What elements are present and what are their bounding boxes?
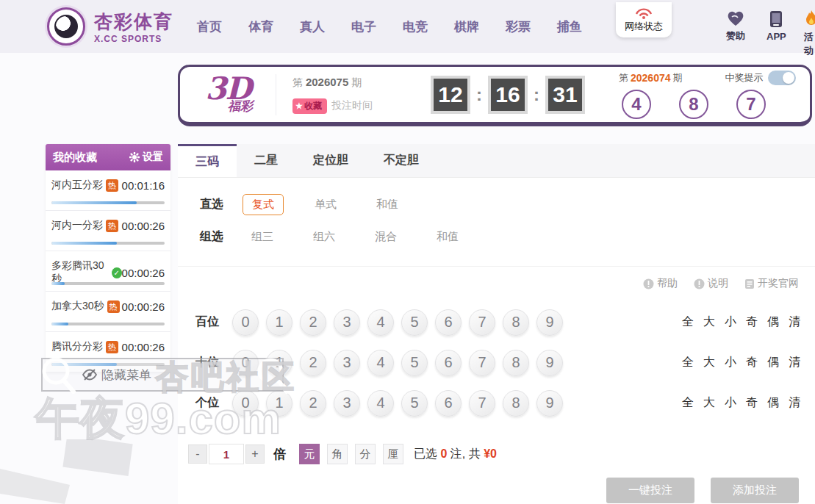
digit-ball[interactable]: 6 [435,309,462,336]
digit-ball[interactable]: 8 [503,350,529,376]
play-option-danshi[interactable]: 单式 [306,195,345,215]
digit-ball[interactable]: 5 [401,350,428,376]
digit-ball[interactable]: 9 [536,350,563,376]
list-item[interactable]: 多彩腾讯30秒 ✓ 00:00:26 [46,251,170,292]
digit-ball[interactable]: 3 [334,350,360,376]
nav-item-lottery[interactable]: 彩票 [506,18,531,35]
unit-li-button[interactable]: 厘 [383,444,403,464]
digit-ball[interactable]: 1 [266,350,292,376]
quick-select[interactable]: 全 [682,395,694,411]
hot-badge: 热 [107,300,120,313]
digit-ball[interactable]: 1 [266,309,292,336]
digit-ball[interactable]: 2 [300,390,326,417]
digit-ball[interactable]: 8 [503,390,529,417]
add-bet-button[interactable]: 添加投注 [711,478,799,503]
digit-ball[interactable]: 7 [469,350,495,376]
quick-select[interactable]: 清 [789,395,800,411]
digit-ball[interactable]: 5 [401,309,428,336]
digit-ball[interactable]: 0 [232,390,259,417]
quick-select[interactable]: 清 [789,314,800,330]
favorite-button[interactable]: ★ 收藏 [292,98,327,114]
digit-board: 百位0123456789全大小奇偶清十位0123456789全大小奇偶清个位01… [178,302,815,423]
multiplier-plus-button[interactable]: + [245,444,265,464]
play-option-fushi[interactable]: 复式 [243,194,284,215]
digit-ball[interactable]: 5 [401,390,428,417]
quick-select[interactable]: 偶 [767,355,779,370]
lottery-name: 河内五分彩 [51,179,103,192]
official-site-button[interactable]: 开奖官网 [744,277,799,290]
list-item[interactable]: 腾讯分分彩 热 00:00:26 [46,332,170,372]
unit-yuan-button[interactable]: 元 [299,444,320,464]
quick-select[interactable]: 小 [725,355,736,370]
nav-item-esports[interactable]: 电竞 [403,18,428,35]
tab-two-stars[interactable]: 二星 [237,144,295,177]
tab-position[interactable]: 定位胆 [295,144,366,177]
digit-ball[interactable]: 4 [367,350,394,376]
digit-ball[interactable]: 8 [503,309,529,336]
nav-item-slots[interactable]: 电子 [351,18,376,35]
nav-item-fishing[interactable]: 捕鱼 [557,18,582,35]
digit-ball[interactable]: 6 [435,390,462,417]
digit-ball[interactable]: 0 [232,350,259,376]
quick-select[interactable]: 奇 [746,395,758,411]
play-option-zusan[interactable]: 组三 [243,227,282,247]
digit-ball[interactable]: 9 [536,390,563,417]
quick-select[interactable]: 全 [682,355,694,370]
network-status-card[interactable]: 网络状态 [616,2,672,37]
digit-ball[interactable]: 7 [469,390,495,417]
list-item[interactable]: 加拿大30秒 热 00:00:26 [46,292,170,332]
quick-bet-button[interactable]: 一键投注 [606,478,694,503]
multiplier-minus-button[interactable]: - [188,444,207,464]
digit-ball[interactable]: 1 [266,390,292,417]
digit-ball[interactable]: 3 [334,309,360,336]
nav-item-home[interactable]: 首页 [197,18,222,35]
list-item[interactable]: 河内一分彩 热 00:00:26 [46,211,170,251]
digit-ball[interactable]: 4 [367,309,394,336]
quick-select[interactable]: 小 [725,314,736,330]
digit-ball[interactable]: 6 [435,350,462,376]
brand-logo[interactable]: 杏彩体育 X.CC SPORTS [47,7,173,46]
help-button[interactable]: 帮助 [643,277,678,290]
quick-select[interactable]: 全 [682,314,694,330]
unit-fen-button[interactable]: 分 [355,444,376,464]
digit-ball[interactable]: 3 [334,390,360,417]
app-label: APP [766,31,786,42]
quick-select[interactable]: 偶 [767,314,779,330]
unit-jiao-button[interactable]: 角 [327,444,348,464]
quick-select[interactable]: 大 [703,314,715,330]
quick-select[interactable]: 奇 [746,314,758,330]
list-item[interactable]: 河内五分彩 热 00:01:16 [46,170,170,211]
digit-ball[interactable]: 9 [536,309,563,336]
quick-select[interactable]: 奇 [746,355,758,370]
multiplier-input[interactable]: 1 [209,444,244,464]
play-group-label: 组选 [200,229,243,245]
quick-select[interactable]: 大 [703,395,715,411]
play-option-hezhi2[interactable]: 和值 [428,227,467,247]
nav-item-cards[interactable]: 棋牌 [454,18,479,35]
win-tip-toggle[interactable] [768,71,796,85]
settings-button[interactable]: 设置 [129,151,163,164]
play-option-zuliu[interactable]: 组六 [304,227,344,247]
play-option-hunhe[interactable]: 混合 [366,227,406,247]
brand-name: 杏彩体育 [94,10,173,34]
digit-ball[interactable]: 7 [469,309,495,336]
digit-row: 十位0123456789全大小奇偶清 [178,342,815,383]
quick-select[interactable]: 清 [789,355,800,370]
tab-no-position[interactable]: 不定胆 [366,144,437,177]
instructions-button[interactable]: 说明 [694,277,728,290]
app-download-button[interactable]: APP [766,10,786,42]
digit-ball[interactable]: 2 [300,350,326,376]
digit-ball[interactable]: 0 [232,309,259,336]
quick-select[interactable]: 偶 [767,395,779,411]
promo-label: 活动 [804,31,815,57]
tab-three-digits[interactable]: 三码 [178,144,237,177]
digit-ball[interactable]: 2 [300,309,326,336]
play-option-hezhi[interactable]: 和值 [367,195,407,215]
sponsor-button[interactable]: 赞助 [726,10,745,43]
nav-item-live[interactable]: 真人 [300,18,325,35]
nav-item-sports[interactable]: 体育 [248,18,273,35]
quick-select[interactable]: 大 [703,355,715,370]
promo-button[interactable]: 活动 [804,10,815,57]
quick-select[interactable]: 小 [725,395,736,411]
digit-ball[interactable]: 4 [367,390,394,417]
